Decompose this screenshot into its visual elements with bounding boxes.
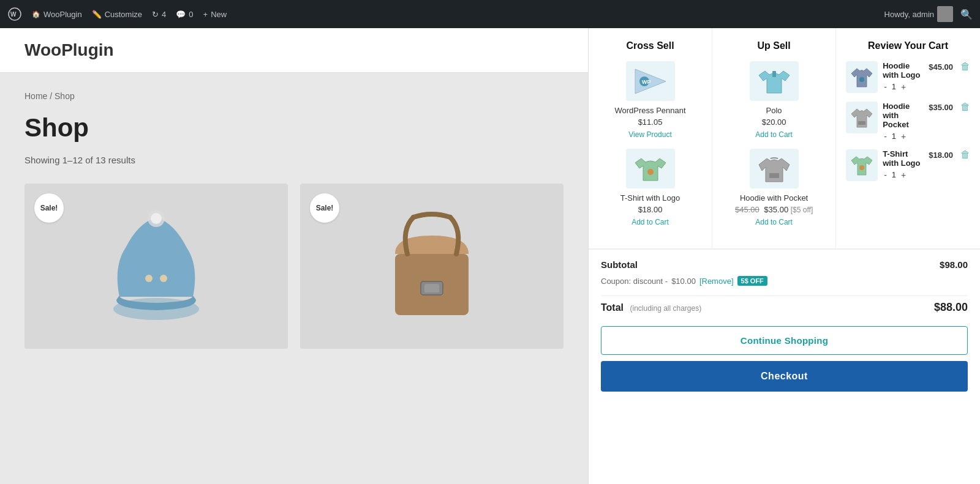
svg-text:WP: WP [642,79,651,85]
cart-summary: Subtotal $98.00 Coupon: discount - $10.0… [589,249,980,401]
shop-content: Home / Shop Shop Showing 1–12 of 13 resu… [0,73,588,367]
tshirt-logo-img [846,149,878,181]
product-image-bag [300,184,564,349]
cart-sections: Cross Sell WP WordPress Pennant $11.05 V… [589,28,980,249]
svg-rect-15 [769,173,779,178]
sale-badge-bag: Sale! [310,193,339,223]
hoodie-pocket-qty-decrease[interactable]: - [883,132,888,141]
pennant-image: WP [626,61,675,101]
svg-rect-9 [424,284,439,292]
hoodie-pocket-price: $35.00 [929,102,953,112]
svg-rect-17 [858,121,865,125]
howdy-label: Howdy, admin [884,10,934,19]
hoodie-pocket-qty-control: - 1 + [883,132,924,141]
site-title: WooPlugin [24,40,564,60]
site-icon: 🏠 [32,10,40,18]
svg-point-4 [160,275,167,282]
hoodie-pocket-qty-increase[interactable]: + [900,132,907,141]
polo-price: $20.00 [762,117,786,127]
site-name-label: WooPlugin [43,10,82,19]
hoodie-pocket-name: Hoodie with Pocket [883,102,924,129]
wp-logo-button[interactable]: W [7,7,22,21]
avatar [937,6,953,22]
polo-cart-btn[interactable]: Add to Cart [755,130,793,139]
hoodie-pocket-qty-value: 1 [892,132,896,141]
up-sell-item-polo: Polo $20.00 Add to Cart [722,61,826,139]
main-wrapper: WooPlugin Home / Shop Shop Showing 1–12 … [0,28,980,484]
svg-text:W: W [10,11,17,18]
hoodie-logo-qty-value: 1 [892,82,896,91]
total-row: Total (including all charges) $88.00 [601,301,968,314]
tshirt-logo-qty-decrease[interactable]: - [883,171,888,179]
tshirt-logo-name: T-Shirt with Logo [883,149,924,168]
coupon-remove-link[interactable]: [Remove] [699,277,734,286]
pennant-view-btn[interactable]: View Product [628,130,671,139]
site-name-button[interactable]: 🏠 WooPlugin [32,10,82,19]
polo-name: Polo [766,106,782,115]
hoodie-pocket-details: Hoodie with Pocket - 1 + [883,102,924,141]
coupon-badge: 5$ OFF [737,276,767,286]
tshirt-cross-cart-btn[interactable]: Add to Cart [631,218,669,226]
hoodie-pocket-up-image [750,149,799,188]
comments-button[interactable]: 💬 0 [176,10,193,19]
pennant-price: $11.05 [638,117,663,127]
svg-rect-14 [772,71,776,77]
hoodie-logo-details: Hoodie with Logo - 1 + [883,61,924,91]
product-card-bag[interactable]: Sale! [300,184,564,349]
tshirt-cross-price: $18.00 [638,205,663,214]
hoodie-logo-img [846,61,878,93]
site-header: WooPlugin [0,28,588,73]
hoodie-pocket-up-name: Hoodie with Pocket [740,193,808,203]
up-sell-section: Up Sell Polo $20.00 Add to Cart [712,28,836,248]
continue-shopping-button[interactable]: Continue Shopping [601,326,968,355]
tshirt-logo-qty-value: 1 [892,170,896,179]
subtotal-row: Subtotal $98.00 [601,259,968,270]
up-sell-title: Up Sell [722,40,826,51]
updates-count: 4 [162,10,166,19]
hoodie-pocket-up-cart-btn[interactable]: Add to Cart [755,218,793,226]
coupon-amount: $10.00 [671,277,696,286]
coupon-row: Coupon: discount - $10.00 [Remove] 5$ OF… [601,276,968,286]
hoodie-logo-qty-decrease[interactable]: - [883,83,888,91]
cart-panel: Cross Sell WP WordPress Pennant $11.05 V… [588,28,980,484]
hoodie-logo-qty-control: - 1 + [883,82,924,91]
hoodie-logo-delete-icon[interactable]: 🗑 [960,61,970,72]
hoodie-pocket-delete-icon[interactable]: 🗑 [960,102,970,113]
svg-point-3 [145,275,153,282]
review-cart-section: Review Your Cart Hoodie with Logo - 1 [836,28,980,248]
search-icon: 🔍 [960,9,973,20]
sale-badge-beanie: Sale! [34,193,64,223]
up-sell-item-hoodie-pocket: Hoodie with Pocket $45.00 $35.00 [$5 off… [722,149,826,226]
admin-bar-right: Howdy, admin 🔍 [884,6,973,22]
pennant-name: WordPress Pennant [614,106,685,115]
plus-icon: + [203,10,208,19]
summary-divider [601,296,968,296]
total-label-group: Total (including all charges) [601,302,701,313]
total-note: (including all charges) [630,304,701,313]
product-card-beanie[interactable]: Sale! [24,184,288,349]
cart-item-hoodie-logo: Hoodie with Logo - 1 + $45.00 🗑 [846,61,970,93]
customize-button[interactable]: ✏️ Customize [92,10,142,19]
product-image-beanie [24,184,288,349]
howdy-button[interactable]: Howdy, admin [884,6,953,22]
svg-point-18 [859,165,864,170]
polo-image [750,61,799,101]
tshirt-logo-details: T-Shirt with Logo - 1 + [883,149,924,179]
hoodie-pocket-img [846,102,878,133]
svg-point-16 [859,77,864,82]
checkout-button[interactable]: Checkout [601,361,968,392]
tshirt-logo-qty-increase[interactable]: + [900,171,907,179]
comments-count: 0 [189,10,193,19]
review-cart-title: Review Your Cart [846,40,970,51]
hoodie-logo-qty-increase[interactable]: + [900,83,907,91]
products-grid: Sale! [24,184,564,349]
updates-button[interactable]: ↻ 4 [152,10,166,19]
subtotal-value: $98.00 [940,259,968,270]
coupon-text: Coupon: discount - [601,277,668,286]
tshirt-logo-delete-icon[interactable]: 🗑 [960,149,970,160]
total-label: Total [601,302,624,313]
search-button[interactable]: 🔍 [960,9,973,20]
updates-icon: ↻ [152,10,159,19]
cart-item-tshirt-logo: T-Shirt with Logo - 1 + $18.00 🗑 [846,149,970,181]
new-content-button[interactable]: + New [203,10,227,19]
